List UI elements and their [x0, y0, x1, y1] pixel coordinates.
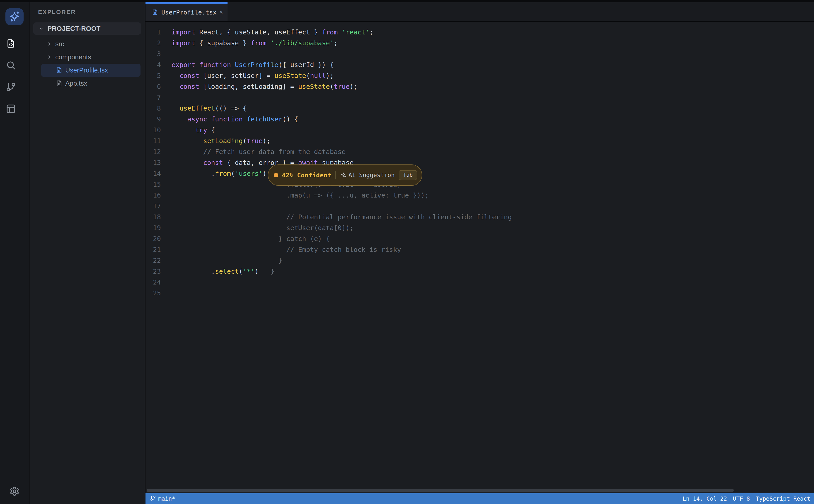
encoding[interactable]: UTF-8 — [733, 495, 750, 502]
tree-item-src[interactable]: src — [30, 37, 145, 51]
code-token: ); — [263, 137, 270, 145]
tree-item-components[interactable]: components — [30, 51, 145, 64]
code-line-22[interactable]: 22 } — [145, 255, 814, 266]
line-number: 22 — [145, 255, 161, 266]
code-text: // Fetch user data from the database — [171, 148, 345, 156]
code-line-5[interactable]: 5 const [user, setUser] = useState(null)… — [145, 70, 814, 81]
tree-item-label: components — [55, 53, 91, 61]
code-line-23[interactable]: 23 .select('*') } — [145, 266, 814, 277]
code-line-16[interactable]: 16 .map(u => ({ ...u, active: true })); — [145, 190, 814, 201]
line-number: 16 — [145, 190, 161, 201]
code-line-6[interactable]: 6 const [loading, setLoading] = useState… — [145, 81, 814, 92]
confidence-dot-icon — [274, 173, 278, 177]
code-line-25[interactable]: 25 — [145, 288, 814, 299]
code-token: ); — [350, 83, 357, 90]
line-number: 7 — [145, 92, 161, 103]
line-number: 21 — [145, 244, 161, 255]
code-line-8[interactable]: 8 useEffect(() => { — [145, 103, 814, 114]
code-line-2[interactable]: 2import { supabase } from './lib/supabas… — [145, 38, 814, 48]
code-token: { supabase } — [195, 39, 251, 47]
status-bar: main* Ln 14, Col 22UTF-8TypeScript React — [145, 493, 814, 504]
code-text: import { supabase } from './lib/supabase… — [171, 39, 338, 47]
code-token — [243, 115, 246, 123]
git-branch-status[interactable]: main* — [150, 495, 175, 502]
horizontal-scrollbar[interactable] — [147, 489, 734, 492]
tab-userprofile[interactable]: UserProfile.tsx × — [145, 2, 227, 21]
code-line-10[interactable]: 10 try { — [145, 125, 814, 135]
file-code-icon — [56, 67, 63, 74]
code-token — [171, 137, 203, 145]
line-number: 18 — [145, 212, 161, 222]
code-line-4[interactable]: 4export function UserProfile({ userId })… — [145, 59, 814, 70]
code-line-13[interactable]: 13 const { data, error } = await supabas… — [145, 157, 814, 168]
code-line-1[interactable]: 1import React, { useState, useEffect } f… — [145, 27, 814, 38]
code-line-20[interactable]: 20 } catch (e) { — [145, 233, 814, 244]
code-line-9[interactable]: 9 async function fetchUser() { — [145, 114, 814, 125]
code-token: const — [179, 83, 199, 90]
code-token — [231, 61, 235, 69]
activity-settings-button[interactable] — [9, 486, 20, 497]
code-token: function — [211, 115, 243, 123]
tree-root-project-root[interactable]: PROJECT-ROOT — [33, 22, 141, 35]
activity-app-logo-button[interactable] — [5, 8, 24, 25]
activity-search-button[interactable] — [5, 60, 16, 71]
line-number: 9 — [145, 114, 161, 125]
code-token: useState — [274, 72, 306, 80]
code-line-11[interactable]: 11 setLoading(true); — [145, 135, 814, 146]
line-number: 2 — [145, 38, 161, 48]
code-text: import React, { useState, useEffect } fr… — [171, 28, 373, 36]
tree-item-label: src — [55, 40, 64, 48]
tree-item-app-tsx[interactable]: App.tsx — [41, 77, 140, 90]
code-token: } — [258, 268, 274, 275]
code-editor[interactable]: 1import React, { useState, useEffect } f… — [145, 22, 814, 493]
code-token: ( — [239, 268, 243, 275]
code-line-15[interactable]: 15 .filter(u => u.id === userId) — [145, 179, 814, 190]
line-number: 5 — [145, 70, 161, 81]
code-token: ( — [231, 170, 235, 177]
code-line-19[interactable]: 19 setUser(data[0]); — [145, 222, 814, 233]
close-icon[interactable]: × — [219, 9, 223, 16]
activity-explorer-button[interactable] — [5, 38, 16, 49]
code-line-3[interactable]: 3 — [145, 48, 814, 59]
code-token: ) — [263, 170, 266, 177]
code-token: [user, setUser] = — [199, 72, 274, 80]
code-line-7[interactable]: 7 — [145, 92, 814, 103]
confidence-label: 42% Confident — [282, 172, 331, 179]
code-token: import — [171, 28, 195, 36]
gear-icon — [10, 486, 19, 496]
code-token: 'react' — [342, 28, 369, 36]
code-token: select — [215, 268, 239, 275]
tab-label: UserProfile.tsx — [161, 9, 217, 16]
suggestion-label: AI Suggestion — [348, 172, 395, 178]
tree-item-userprofile-tsx[interactable]: UserProfile.tsx — [41, 64, 140, 77]
line-number: 24 — [145, 277, 161, 288]
code-text: try { — [171, 126, 215, 134]
code-token: (() => { — [215, 104, 247, 112]
code-line-18[interactable]: 18 // Potential performance issue with c… — [145, 212, 814, 222]
cursor-position[interactable]: Ln 14, Col 22 — [683, 495, 727, 502]
code-line-14[interactable]: 14 .from('users') — [145, 168, 814, 179]
line-number: 13 — [145, 157, 161, 168]
line-number: 20 — [145, 233, 161, 244]
activity-layout-button[interactable] — [5, 103, 16, 114]
activity-source-control-button[interactable] — [5, 82, 16, 92]
line-number: 3 — [145, 48, 161, 59]
code-line-24[interactable]: 24 — [145, 277, 814, 288]
code-token: ( — [330, 83, 333, 90]
code-line-21[interactable]: 21 // Empty catch block is risky — [145, 244, 814, 255]
code-token: '*' — [243, 268, 254, 275]
code-token: ( — [243, 137, 246, 145]
tab-bar: UserProfile.tsx × — [145, 2, 814, 21]
code-text: setUser(data[0]); — [171, 224, 353, 232]
code-token: . — [171, 170, 215, 177]
code-token: from — [215, 170, 231, 177]
code-token — [171, 159, 203, 166]
code-token: ); — [326, 72, 334, 80]
code-line-12[interactable]: 12 // Fetch user data from the database — [145, 146, 814, 157]
code-token: async — [187, 115, 207, 123]
sparkle-logo-icon — [9, 11, 20, 23]
code-line-17[interactable]: 17 — [145, 201, 814, 212]
file-code-icon — [152, 9, 158, 15]
line-number: 23 — [145, 266, 161, 277]
language-mode[interactable]: TypeScript React — [756, 495, 810, 502]
